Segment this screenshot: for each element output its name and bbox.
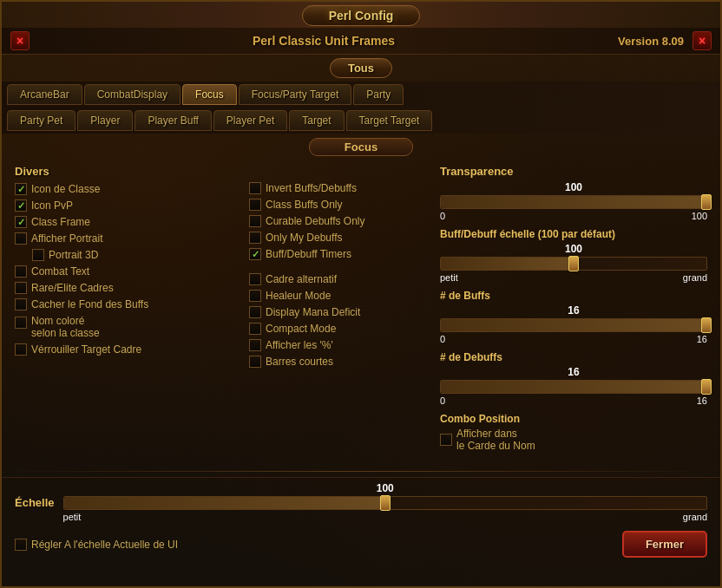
cb-only-my-debuffs-input[interactable]: [249, 232, 261, 244]
cb-barres-input[interactable]: [249, 356, 261, 368]
cb-only-my-debuffs: Only My Debuffs: [249, 232, 431, 244]
cb-class-frame-label[interactable]: Class Frame: [31, 216, 90, 228]
title-bar: Perl Config: [2, 2, 720, 28]
tab-target[interactable]: Target: [289, 110, 344, 131]
tab-target-target[interactable]: Target Target: [346, 110, 433, 131]
tab-player-buff[interactable]: Player Buff: [135, 110, 211, 131]
buff-scale-slider[interactable]: [440, 257, 707, 271]
num-debuffs-section: # de Debuffs 16 0 16: [440, 351, 707, 406]
cb-combo-input[interactable]: [440, 434, 452, 446]
cb-mana-label[interactable]: Display Mana Deficit: [266, 306, 360, 318]
cb-portrait-3d-input[interactable]: [32, 249, 44, 261]
transparency-slider[interactable]: [440, 195, 707, 209]
cb-pct-input[interactable]: [249, 339, 261, 351]
cb-nom-colore-input[interactable]: [15, 317, 27, 329]
tab-player[interactable]: Player: [77, 110, 133, 131]
reset-label[interactable]: Régler A l'échelle Actuelle de UI: [31, 539, 178, 551]
num-debuffs-slider[interactable]: [440, 380, 707, 394]
transparency-min: 0: [440, 211, 445, 221]
cb-rare-elite-label[interactable]: Rare/Elite Cadres: [31, 282, 114, 294]
cb-combat-text-label[interactable]: Combat Text: [31, 265, 89, 278]
reset-row: Régler A l'échelle Actuelle de UI: [15, 539, 178, 551]
cb-barres-courtes: Barres courtes: [249, 356, 431, 368]
scale-left: petit: [63, 512, 82, 522]
cb-cacher-fond: Cacher le Fond des Buffs: [15, 298, 240, 310]
scale-slider[interactable]: [63, 496, 707, 510]
cb-combat-text-input[interactable]: [15, 265, 27, 278]
tab-player-pet[interactable]: Player Pet: [213, 110, 287, 131]
cb-mana-input[interactable]: [249, 306, 261, 318]
scale-label: Échelle: [15, 496, 55, 509]
close-left-button[interactable]: ×: [10, 31, 30, 50]
cb-healeur-mode: Healeur Mode: [249, 290, 431, 302]
cb-combat-text: Combat Text: [15, 265, 240, 278]
tab-focus[interactable]: Focus: [182, 84, 237, 105]
buff-scale-labels: petit grand: [440, 272, 707, 283]
cb-icon-classe-label[interactable]: Icon de Classe: [31, 183, 100, 195]
middle-column: Invert Buffs/Debuffs Class Buffs Only Cu…: [249, 165, 431, 459]
num-buffs-section: # de Buffs 16 0 16: [440, 290, 707, 344]
cb-verrouiller-input[interactable]: [15, 343, 27, 356]
cb-nom-colore-label[interactable]: Nom coloréselon la classe: [31, 315, 100, 339]
cb-cadre-alt-label[interactable]: Cadre alternatif: [266, 273, 337, 285]
cb-invert-buffs-label[interactable]: Invert Buffs/Debuffs: [266, 182, 357, 194]
bottom-area: Échelle 100 petit grand: [2, 477, 720, 526]
num-debuffs-title: # de Debuffs: [440, 351, 707, 363]
close-button[interactable]: Fermer: [622, 531, 707, 558]
left-column: Divers Icon de Classe Icon PvP Class Fra…: [15, 165, 240, 459]
cb-curable-debuffs-label[interactable]: Curable Debuffs Only: [266, 215, 365, 227]
num-buffs-slider[interactable]: [440, 318, 707, 332]
cb-invert-buffs: Invert Buffs/Debuffs: [249, 182, 431, 194]
buff-scale-title: Buff/Debuff échelle (100 par défaut): [440, 228, 707, 240]
tab-arcane-bar[interactable]: ArcaneBar: [7, 84, 82, 105]
num-buffs-value: 16: [440, 304, 707, 317]
tab-combat-display[interactable]: CombatDisplay: [84, 84, 180, 105]
bottom-row: Régler A l'échelle Actuelle de UI Fermer: [2, 526, 720, 562]
cb-icon-pvp-label[interactable]: Icon PvP: [31, 199, 73, 212]
cb-class-frame-input[interactable]: [15, 216, 27, 228]
cb-class-buffs-only: Class Buffs Only: [249, 199, 431, 211]
top-nav-row: Tous: [2, 55, 720, 82]
cb-icon-classe-input[interactable]: [15, 183, 27, 195]
cb-rare-elite-input[interactable]: [15, 282, 27, 294]
cb-cacher-fond-label[interactable]: Cacher le Fond des Buffs: [31, 298, 148, 310]
cb-class-buffs-input[interactable]: [249, 199, 261, 211]
section-title: Focus: [309, 138, 413, 156]
scale-value: 100: [63, 482, 707, 494]
version-label: Version 8.09: [618, 35, 684, 48]
tab-party[interactable]: Party: [353, 84, 404, 105]
cb-combo-label[interactable]: Afficher dansle Carde du Nom: [456, 428, 535, 452]
cb-buff-timers-input[interactable]: [249, 248, 261, 260]
cb-barres-label[interactable]: Barres courtes: [266, 356, 333, 368]
cb-healeur-input[interactable]: [249, 290, 261, 302]
cb-invert-buffs-input[interactable]: [249, 182, 261, 194]
cb-afficher-portrait-label[interactable]: Afficher Portrait: [31, 232, 102, 245]
cb-cacher-fond-input[interactable]: [15, 298, 27, 310]
cb-icon-pvp: Icon PvP: [15, 199, 240, 212]
cb-cadre-alt-input[interactable]: [249, 273, 261, 285]
nav-tous[interactable]: Tous: [330, 58, 392, 78]
cb-class-buffs-label[interactable]: Class Buffs Only: [266, 199, 342, 211]
close-right-button[interactable]: ×: [692, 31, 712, 50]
cb-reset-input[interactable]: [15, 539, 27, 551]
cb-compact-label[interactable]: Compact Mode: [266, 323, 336, 335]
cb-afficher-portrait: Afficher Portrait: [15, 232, 240, 245]
cb-only-my-debuffs-label[interactable]: Only My Debuffs: [266, 232, 342, 244]
cb-afficher-portrait-input[interactable]: [15, 232, 27, 245]
main-content: Divers Icon de Classe Icon PvP Class Fra…: [2, 158, 720, 466]
scale-row: Échelle 100 petit grand: [15, 482, 707, 522]
num-buffs-max: 16: [697, 334, 707, 344]
cb-nom-colore: Nom coloréselon la classe: [15, 315, 240, 339]
cb-icon-pvp-input[interactable]: [15, 199, 27, 212]
cb-portrait-3d-label[interactable]: Portrait 3D: [49, 249, 98, 261]
divers-header: Divers: [15, 165, 240, 178]
cb-healeur-label[interactable]: Healeur Mode: [266, 290, 331, 302]
buff-scale-value: 100: [440, 243, 707, 255]
cb-curable-debuffs-input[interactable]: [249, 215, 261, 227]
tab-party-pet[interactable]: Party Pet: [7, 110, 75, 131]
cb-buff-timers-label[interactable]: Buff/Debuff Timers: [266, 248, 351, 260]
cb-pct-label[interactable]: Afficher les '%': [266, 339, 333, 351]
cb-compact-input[interactable]: [249, 323, 261, 335]
cb-verrouiller-label[interactable]: Vérrouiller Target Cadre: [31, 343, 141, 356]
tab-focus-party-target[interactable]: Focus/Party Target: [239, 84, 352, 105]
